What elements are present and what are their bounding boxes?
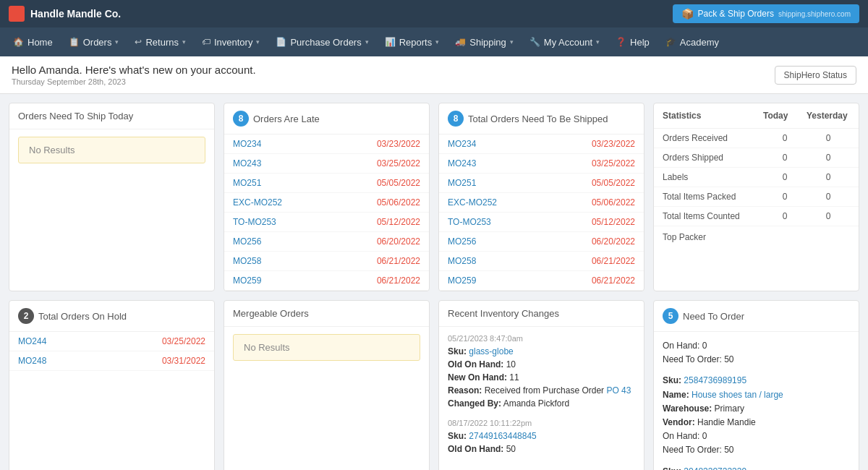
nav-home[interactable]: 🏠 Home <box>6 31 60 54</box>
nav-reports[interactable]: 📊 Reports ▾ <box>378 31 447 54</box>
inv-sku-link[interactable]: 27449163448845 <box>469 431 536 441</box>
pack-ship-label: Pack & Ship Orders <box>698 9 774 19</box>
nav-my-account[interactable]: 🔧 My Account ▾ <box>522 31 607 54</box>
orders-late-title: Orders Are Late <box>253 114 320 124</box>
order-link[interactable]: EXC-MO252 <box>448 197 497 208</box>
order-row[interactable]: MO25906/21/2022 <box>224 271 429 291</box>
inventory-header: Recent Inventory Changes <box>439 301 644 327</box>
order-link[interactable]: MO243 <box>448 158 476 168</box>
purchase-orders-icon: 📄 <box>276 37 286 47</box>
order-link[interactable]: MO244 <box>18 336 46 346</box>
inv-reason: Reason: Received from Purchase Order PO … <box>448 384 635 397</box>
nav-purchase-orders[interactable]: 📄 Purchase Orders ▾ <box>268 31 375 54</box>
order-date: 05/06/2022 <box>592 197 635 208</box>
order-link[interactable]: MO251 <box>233 178 261 188</box>
order-link[interactable]: MO234 <box>448 139 476 149</box>
order-link[interactable]: MO256 <box>448 236 476 247</box>
logo-text: Handle Mandle Co. <box>30 8 121 20</box>
need-name-link[interactable]: House shoes tan / large <box>692 390 783 400</box>
order-row[interactable]: MO25105/05/2022 <box>224 174 429 193</box>
chevron-down-icon: ▾ <box>510 38 514 46</box>
order-row[interactable]: MO23403/23/2022 <box>439 134 644 154</box>
need-pre-entry: On Hand: 0Need To Order: 50 <box>663 339 850 367</box>
ship-today-no-results: No Results <box>18 137 205 163</box>
statistics-rows: Orders Received00Orders Shipped00Labels0… <box>654 129 859 226</box>
nav-help[interactable]: ❓ Help <box>608 31 657 54</box>
order-row[interactable]: MO25806/21/2022 <box>439 252 644 271</box>
mergeable-no-results: No Results <box>233 334 420 361</box>
stats-label: Total Items Counted <box>663 211 763 221</box>
stats-row: Total Items Counted00 <box>654 207 859 226</box>
order-link[interactable]: MO258 <box>233 256 261 266</box>
stats-today: 0 <box>763 153 807 163</box>
order-row[interactable]: EXC-MO25205/06/2022 <box>439 193 644 213</box>
nav-inventory[interactable]: 🏷 Inventory ▾ <box>195 31 267 54</box>
need-to-order-label: Need To Order: 50 <box>663 353 850 367</box>
order-date: 06/21/2022 <box>592 275 635 286</box>
truck-icon: 📦 <box>681 8 694 20</box>
order-date: 03/25/2022 <box>592 158 635 168</box>
order-date: 06/20/2022 <box>592 236 635 247</box>
order-date: 03/25/2022 <box>377 158 420 168</box>
order-row[interactable]: MO24803/31/2022 <box>9 351 214 371</box>
order-link[interactable]: MO234 <box>233 139 261 149</box>
academy-icon: 🎓 <box>665 37 676 47</box>
order-row[interactable]: MO24403/25/2022 <box>9 332 214 351</box>
order-row[interactable]: MO25606/20/2022 <box>439 232 644 252</box>
order-row[interactable]: MO25105/05/2022 <box>439 174 644 193</box>
order-row[interactable]: MO25806/21/2022 <box>224 252 429 271</box>
inv-timestamp: 05/21/2023 8:47:0am <box>448 334 635 343</box>
order-link[interactable]: EXC-MO252 <box>233 197 282 208</box>
shiphero-status-button[interactable]: ShipHero Status <box>775 66 856 85</box>
stats-yesterday: 0 <box>807 172 850 182</box>
inv-sku-label: Sku: <box>448 431 467 441</box>
need-sku-link[interactable]: 2584736989195 <box>684 375 746 385</box>
inv-line: Sku: glass-globe <box>448 345 635 358</box>
order-row[interactable]: MO25906/21/2022 <box>439 271 644 291</box>
order-link[interactable]: MO243 <box>233 158 261 168</box>
nav-shipping[interactable]: 🚚 Shipping ▾ <box>448 31 521 54</box>
order-row[interactable]: TO-MO25305/12/2022 <box>439 213 644 232</box>
order-date: 06/21/2022 <box>377 256 420 266</box>
welcome-bar: Hello Amanda. Here's what's new on your … <box>0 56 868 94</box>
nav-returns[interactable]: ↩ Returns ▾ <box>127 31 193 54</box>
order-link[interactable]: MO256 <box>233 236 261 247</box>
order-link[interactable]: MO258 <box>448 256 476 266</box>
order-link[interactable]: MO259 <box>233 275 261 286</box>
pack-ship-button[interactable]: 📦 Pack & Ship Orders shipping.shiphero.c… <box>673 4 859 23</box>
inv-po-link[interactable]: PO 43 <box>606 385 631 396</box>
order-row[interactable]: EXC-MO25205/06/2022 <box>224 193 429 213</box>
need-sku-link[interactable]: 3048330723339 <box>684 466 746 471</box>
logo: Handle Mandle Co. <box>9 6 121 22</box>
need-order-count: 5 <box>663 308 678 324</box>
inv-line: Sku: 27449163448845 <box>448 430 635 443</box>
stats-today: 0 <box>763 133 807 143</box>
inv-sku-link[interactable]: glass-globe <box>469 346 513 356</box>
chevron-down-icon: ▾ <box>182 38 186 46</box>
hold-orders-header: 2 Total Orders On Hold <box>9 301 214 332</box>
order-link[interactable]: TO-MO253 <box>233 217 276 227</box>
total-orders-list: MO23403/23/2022MO24303/25/2022MO25105/05… <box>439 134 644 291</box>
shipping-icon: 🚚 <box>455 37 466 47</box>
nav-orders[interactable]: 📋 Orders ▾ <box>61 31 127 54</box>
welcome-heading: Hello Amanda. Here's what's new on your … <box>12 64 256 76</box>
stats-yesterday: 0 <box>807 192 850 202</box>
order-link[interactable]: MO248 <box>18 356 46 366</box>
nav-academy[interactable]: 🎓 Academy <box>658 31 726 54</box>
chevron-down-icon: ▾ <box>115 38 119 46</box>
order-link[interactable]: MO251 <box>448 178 476 188</box>
need-on-hand: On Hand: 0 <box>663 430 850 443</box>
order-link[interactable]: TO-MO253 <box>448 217 491 227</box>
order-row[interactable]: TO-MO25305/12/2022 <box>224 213 429 232</box>
order-row[interactable]: MO25606/20/2022 <box>224 232 429 252</box>
order-row[interactable]: MO24303/25/2022 <box>439 154 644 174</box>
order-date: 05/12/2022 <box>592 217 635 227</box>
order-link[interactable]: MO259 <box>448 275 476 286</box>
total-orders-title: Total Orders Need To Be Shipped <box>468 114 608 124</box>
stats-label: Total Items Packed <box>663 192 763 202</box>
order-date: 06/21/2022 <box>592 256 635 266</box>
hold-orders-card: 2 Total Orders On Hold MO24403/25/2022MO… <box>9 300 215 470</box>
order-row[interactable]: MO24303/25/2022 <box>224 154 429 174</box>
order-row[interactable]: MO23403/23/2022 <box>224 134 429 154</box>
inv-old-hand: Old On Hand: 10 <box>448 358 635 371</box>
